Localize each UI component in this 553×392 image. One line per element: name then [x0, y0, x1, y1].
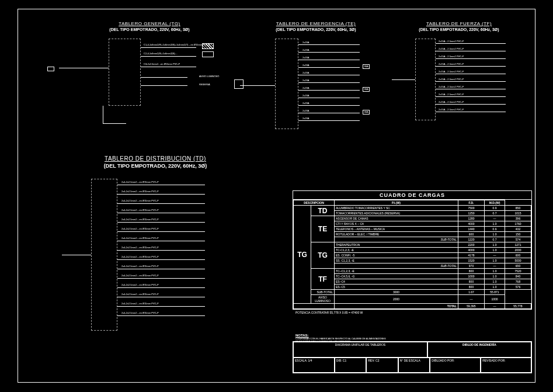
load-table: DESCRIPCION P.I.(W) F.D. M.D.(W) TGTDALU… [293, 200, 531, 309]
table-row: TEASCENSOR DE CAMAS1280—396 [294, 216, 531, 221]
te-box [275, 39, 298, 129]
table-title: CUADRO DE CARGAS [293, 191, 531, 200]
td-sub: (DEL TIPO EMPOTRADO, 220V, 60Hz, 3Ø) [68, 163, 243, 169]
tg-title: TABLERO GENERAL (TG) [76, 21, 222, 26]
panel-te: TABLERO DE EMERGENCIA (TE) (DEL TIPO EMP… [249, 21, 383, 32]
table-footer: POTENCIA CONTRATAR 55,778 X 0.85 = 47400… [295, 311, 363, 314]
drawing-frame: TABLERO GENERAL (TG) (DEL TIPO EMPOTRADO… [18, 9, 535, 383]
te-sub: (DEL TIPO EMPOTRADO, 220V, 60Hz, 3Ø) [249, 27, 383, 32]
panel-tg: TABLERO GENERAL (TG) (DEL TIPO EMPOTRADO… [76, 21, 222, 32]
tg-box [109, 39, 141, 106]
title-block: DIAGRAMA UNIFILAR DE TABLEROS DIBUJO DE … [293, 341, 532, 373]
te-title: TABLERO DE EMERGENCIA (TE) [249, 21, 383, 26]
tf-box [415, 39, 436, 120]
table-row: TGTDALUMBRADO TOMACORRIENTES Y SC75000.9… [294, 206, 531, 211]
panel-td: TABLERO DE DISTRIBUCION (TD) (DEL TIPO E… [68, 155, 243, 169]
legend-hatch [202, 43, 214, 49]
td-title: TABLERO DE DISTRIBUCION (TD) [68, 155, 243, 162]
table-row: TGTHERAPEUTRON22001.01271 [294, 242, 531, 248]
legend-open [202, 51, 214, 57]
panel-tf: TABLERO DE FUERZA (TF) (DEL TIPO EMPOTRA… [398, 21, 520, 32]
table-row: TFTC–C1,2,3, -E8001.07520 [294, 269, 531, 274]
tf-sub: (DEL TIPO EMPOTRADO, 220V, 60Hz, 3Ø) [398, 27, 520, 32]
cuadro-de-cargas: CUADRO DE CARGAS DESCRIPCION P.I.(W) F.D… [293, 190, 532, 310]
tg-sub: (DEL TIPO EMPOTRADO, 220V, 60Hz, 3Ø) [76, 27, 222, 32]
td-box [91, 179, 117, 331]
tf-title: TABLERO DE FUERZA (TF) [398, 21, 520, 26]
meter-box [47, 67, 54, 71]
